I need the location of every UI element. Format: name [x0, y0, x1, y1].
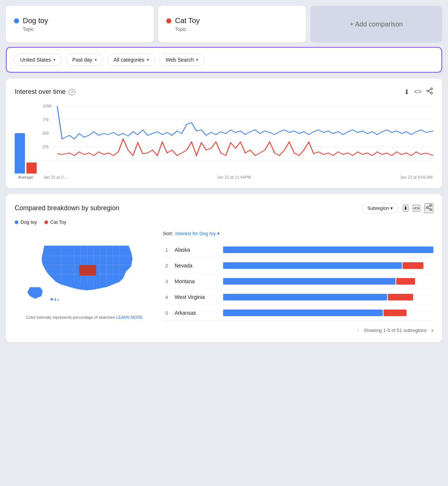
- interest-title-text: Interest over time: [15, 88, 66, 96]
- embed-button[interactable]: <>: [414, 88, 422, 96]
- rank-bars-3: [223, 278, 433, 285]
- rank-row-1: 1 Alaska: [163, 242, 433, 258]
- breakdown-download-button[interactable]: ⬇: [403, 205, 408, 212]
- rank-num-2: 2: [163, 263, 170, 268]
- rank-bar-blue-3: [223, 278, 396, 285]
- svg-point-16: [430, 209, 432, 211]
- download-button[interactable]: ⬇: [404, 88, 409, 96]
- rank-bar-red-5: [383, 310, 407, 316]
- learn-more-link[interactable]: LEARN MORE: [116, 315, 143, 319]
- svg-point-0: [431, 88, 433, 90]
- svg-point-2: [431, 92, 433, 94]
- sort-dropdown[interactable]: Interest for Dog toy ▾: [175, 231, 220, 236]
- pagination-text: Showing 1-5 of 51 subregions: [364, 328, 427, 333]
- legend-label-1: Cat Toy: [50, 219, 66, 225]
- rank-row-2: 2 Nevada: [163, 258, 433, 274]
- svg-line-18: [428, 206, 430, 207]
- legend-dot-blue: [15, 220, 18, 224]
- rank-bars-5: [223, 310, 433, 316]
- breakdown-title: Compared breakdown by subregion: [15, 204, 119, 212]
- average-label: Average: [18, 175, 33, 179]
- location-chevron-icon: ▾: [53, 57, 55, 62]
- cat-toy-card: Cat Toy Topic: [158, 6, 306, 43]
- line-chart-wrapper: 100 75 50 25 Jan 22 at 2:... Jan 22 at 1…: [43, 102, 433, 179]
- map-caption-text: Color intensity represents percentage of…: [26, 315, 115, 319]
- dog-toy-name: Dog toy: [14, 17, 146, 25]
- page-next-button[interactable]: ›: [431, 327, 433, 333]
- rank-num-4: 4: [163, 295, 170, 300]
- rank-name-4: West Virginia: [175, 294, 219, 300]
- dog-toy-type: Topic: [14, 26, 146, 32]
- category-label: All categories: [114, 57, 145, 63]
- avg-bar-blue: [15, 133, 25, 173]
- rank-row-4: 4 West Virginia: [163, 289, 433, 305]
- avg-bars-inner: [15, 126, 37, 173]
- rank-bar-blue-1: [223, 246, 433, 253]
- legend-row: Dog toy Cat Toy: [15, 219, 433, 225]
- interest-section-title: Interest over time ?: [15, 88, 75, 96]
- svg-point-14: [430, 205, 432, 207]
- rank-bar-red-4: [388, 294, 413, 300]
- cat-toy-type: Topic: [166, 26, 298, 32]
- cat-toy-name: Cat Toy: [166, 17, 298, 25]
- cat-toy-dot: [166, 18, 171, 23]
- subregion-chevron-icon: ▾: [390, 205, 393, 211]
- subregion-label: Subregion: [367, 205, 389, 211]
- pagination-row: ‹ Showing 1-5 of 51 subregions ›: [163, 327, 433, 333]
- subregion-button[interactable]: Subregion ▾: [362, 203, 398, 213]
- breakdown-body: Color intensity represents percentage of…: [15, 231, 433, 333]
- add-comparison-label: + Add comparison: [350, 21, 403, 28]
- legend-dot-red: [44, 220, 48, 224]
- period-filter[interactable]: Past day ▾: [66, 54, 103, 66]
- rank-num-5: 5: [163, 310, 170, 316]
- svg-text:25: 25: [43, 145, 48, 149]
- svg-text:75: 75: [43, 117, 48, 122]
- interest-section-header: Interest over time ? ⬇ <>: [15, 87, 433, 96]
- rank-num-3: 3: [163, 279, 170, 284]
- filters-row: United States ▾ Past day ▾ All categorie…: [14, 54, 434, 66]
- rank-bar-red-2: [403, 262, 423, 269]
- search-type-chevron-icon: ▾: [196, 57, 198, 62]
- top-cards-row: Dog toy Topic Cat Toy Topic + Add compar…: [6, 6, 442, 43]
- breakdown-section: Compared breakdown by subregion Subregio…: [6, 194, 442, 342]
- period-chevron-icon: ▾: [95, 57, 97, 62]
- sort-row: Sort: Interest for Dog toy ▾: [163, 231, 433, 236]
- rank-bars-4: [223, 294, 433, 300]
- legend-item-1: Cat Toy: [44, 219, 66, 225]
- legend-item-0: Dog toy: [15, 219, 37, 225]
- sort-chevron-icon: ▾: [217, 231, 220, 236]
- add-comparison-card[interactable]: + Add comparison: [310, 6, 442, 43]
- dog-toy-line: [57, 106, 433, 139]
- interest-over-time-section: Interest over time ? ⬇ <> Average: [6, 78, 442, 188]
- rank-bars-2: [223, 262, 433, 269]
- category-chevron-icon: ▾: [147, 57, 149, 62]
- map-caption: Color intensity represents percentage of…: [26, 315, 143, 319]
- cat-toy-line: [57, 139, 433, 156]
- rank-bar-blue-5: [223, 310, 383, 316]
- filters-wrapper: United States ▾ Past day ▾ All categorie…: [6, 47, 442, 73]
- page-prev-button[interactable]: ‹: [357, 327, 359, 333]
- rank-bar-blue-2: [223, 262, 402, 269]
- svg-line-4: [429, 89, 431, 90]
- average-bars: Average: [15, 126, 37, 179]
- rank-bar-blue-4: [223, 294, 387, 300]
- dog-toy-dot: [14, 18, 19, 23]
- breakdown-embed-button[interactable]: <>: [413, 205, 420, 212]
- location-filter[interactable]: United States ▾: [14, 54, 62, 66]
- search-type-label: Web Search: [166, 57, 194, 63]
- cat-toy-label: Cat Toy: [175, 17, 200, 25]
- breakdown-share-button[interactable]: [425, 203, 433, 213]
- rank-name-2: Nevada: [175, 263, 219, 268]
- svg-line-3: [429, 91, 431, 92]
- share-button[interactable]: [426, 87, 433, 96]
- dog-toy-label: Dog toy: [23, 17, 48, 25]
- chart-x-labels: Jan 22 at 2:... Jan 22 at 11:44PM Jan 23…: [43, 175, 433, 179]
- period-label: Past day: [72, 57, 92, 63]
- category-filter[interactable]: All categories ▾: [108, 54, 155, 66]
- help-icon[interactable]: ?: [69, 89, 75, 95]
- search-type-filter[interactable]: Web Search ▾: [160, 54, 205, 66]
- rankings-area: Sort: Interest for Dog toy ▾ 1 Alaska 2 …: [163, 231, 433, 333]
- dog-toy-card: Dog toy Topic: [6, 6, 154, 43]
- line-chart-svg: 100 75 50 25: [43, 102, 433, 172]
- map-area: Color intensity represents percentage of…: [15, 231, 154, 333]
